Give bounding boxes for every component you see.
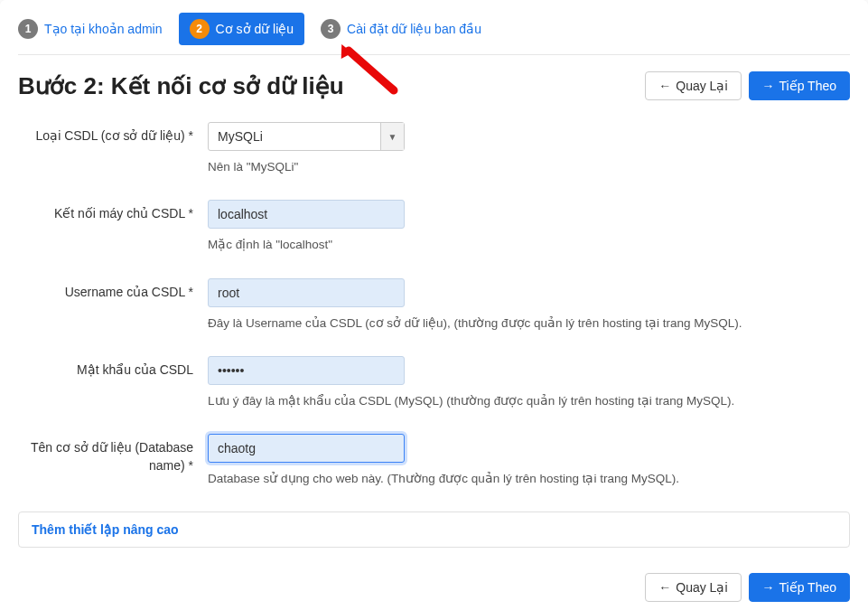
input-host[interactable] [208,200,405,229]
row-host: Kết nối máy chủ CSDL * Mặc định là "loca… [18,200,850,254]
input-dbname[interactable] [208,434,405,463]
label-host: Kết nối máy chủ CSDL * [18,200,208,223]
input-user[interactable] [208,278,405,307]
step-1-num: 1 [18,19,38,39]
step-2-label: Cơ sở dữ liệu [216,22,294,36]
advanced-panel: Thêm thiết lập nâng cao [18,511,850,548]
step-2-active[interactable]: 2 Cơ sở dữ liệu [179,13,305,45]
footer-buttons: ← Quay Lại → Tiếp Theo [18,548,850,609]
label-pass: Mật khẩu của CSDL [18,356,208,380]
select-dbtype-value: MySQLi [209,123,380,150]
step-1[interactable]: 1 Tạo tại khoản admin [18,19,163,39]
header-buttons: ← Quay Lại → Tiếp Theo [645,71,850,100]
next-button[interactable]: → Tiếp Theo [749,71,850,100]
label-dbname: Tên cơ sở dữ liệu (Database name) * [18,434,208,474]
row-pass: Mật khẩu của CSDL Lưu ý đây là mật khẩu … [18,356,850,410]
hint-pass: Lưu ý đây là mật khẩu của CSDL (MySQL) (… [208,392,850,410]
chevron-down-icon: ▼ [380,123,404,150]
hint-dbname: Database sử dụng cho web này. (Thường đư… [208,470,850,488]
row-user: Username của CSDL * Đây là Username của … [18,278,850,333]
row-dbtype: Loại CSDL (cơ sở dữ liệu) * MySQLi ▼ Nên… [18,122,850,176]
back-button[interactable]: ← Quay Lại [645,71,741,100]
select-dbtype[interactable]: MySQLi ▼ [208,122,405,151]
step-nav: 1 Tạo tại khoản admin 2 Cơ sở dữ liệu 3 … [18,0,850,55]
step-2-num: 2 [190,19,210,39]
step-1-label: Tạo tại khoản admin [44,22,163,36]
hint-host: Mặc định là "localhost" [208,236,850,254]
db-form: Loại CSDL (cơ sở dữ liệu) * MySQLi ▼ Nên… [18,113,850,488]
back-button-label: Quay Lại [676,79,727,93]
arrow-right-icon: → [762,580,775,595]
row-dbname: Tên cơ sở dữ liệu (Database name) * Data… [18,434,850,488]
arrow-left-icon: ← [658,79,671,93]
advanced-toggle[interactable]: Thêm thiết lập nâng cao [32,522,179,537]
next-button-footer-label: Tiếp Theo [779,580,836,595]
back-button-footer[interactable]: ← Quay Lại [645,573,741,602]
label-dbtype: Loại CSDL (cơ sở dữ liệu) * [18,122,208,145]
next-button-footer[interactable]: → Tiếp Theo [749,573,850,602]
hint-dbtype: Nên là "MySQLi" [208,158,850,176]
label-user: Username của CSDL * [18,278,208,302]
hint-user: Đây là Username của CSDL (cơ sở dữ liệu)… [208,314,850,333]
page-header: Bước 2: Kết nối cơ sở dữ liệu ← Quay Lại… [18,55,850,113]
back-button-footer-label: Quay Lại [676,580,727,595]
install-card: 1 Tạo tại khoản admin 2 Cơ sở dữ liệu 3 … [0,0,868,610]
arrow-left-icon: ← [658,580,671,595]
step-3-num: 3 [321,19,341,39]
input-pass[interactable] [208,356,405,385]
step-3[interactable]: 3 Cài đặt dữ liệu ban đầu [321,19,481,39]
arrow-right-icon: → [762,79,775,93]
step-3-label: Cài đặt dữ liệu ban đầu [347,22,481,36]
page-title: Bước 2: Kết nối cơ sở dữ liệu [18,72,344,100]
next-button-label: Tiếp Theo [779,79,836,93]
